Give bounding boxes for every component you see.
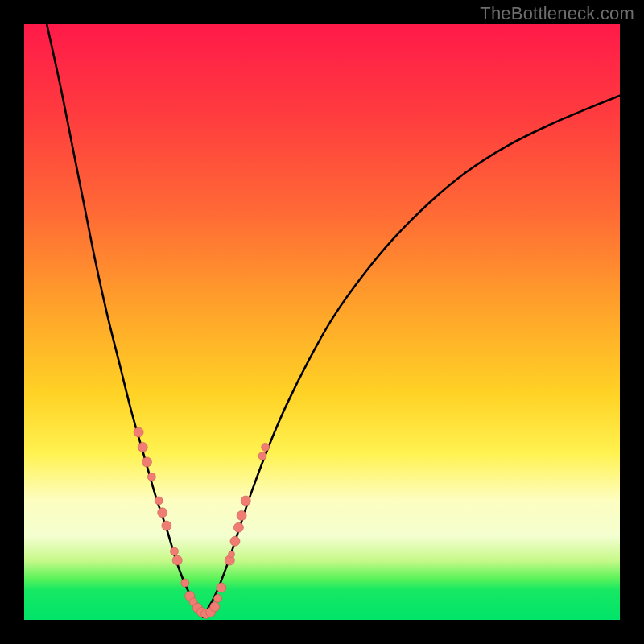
data-marker bbox=[230, 536, 240, 546]
watermark-text: TheBottleneck.com bbox=[480, 3, 634, 24]
data-marker bbox=[181, 579, 189, 587]
curve-left-branch bbox=[47, 24, 203, 617]
data-marker bbox=[262, 443, 270, 451]
data-marker bbox=[210, 602, 220, 612]
data-marker bbox=[237, 511, 246, 521]
data-marker bbox=[214, 594, 222, 602]
data-marker bbox=[158, 508, 167, 518]
data-marker bbox=[233, 522, 243, 532]
data-marker bbox=[134, 427, 143, 437]
data-marker bbox=[162, 521, 171, 530]
curve-right-branch bbox=[203, 96, 620, 617]
data-marker bbox=[258, 452, 266, 460]
data-marker bbox=[172, 555, 182, 565]
chart-svg bbox=[24, 24, 620, 620]
plot-area bbox=[24, 24, 620, 620]
data-marker bbox=[170, 547, 178, 555]
data-marker bbox=[138, 442, 147, 452]
data-marker bbox=[155, 497, 163, 505]
curve-layer bbox=[47, 24, 620, 617]
data-marker bbox=[229, 551, 235, 558]
marker-layer bbox=[134, 427, 270, 619]
data-marker bbox=[147, 473, 155, 481]
data-marker bbox=[142, 457, 151, 467]
app-frame: TheBottleneck.com bbox=[0, 0, 644, 644]
data-marker bbox=[241, 496, 250, 506]
data-marker bbox=[217, 583, 226, 592]
